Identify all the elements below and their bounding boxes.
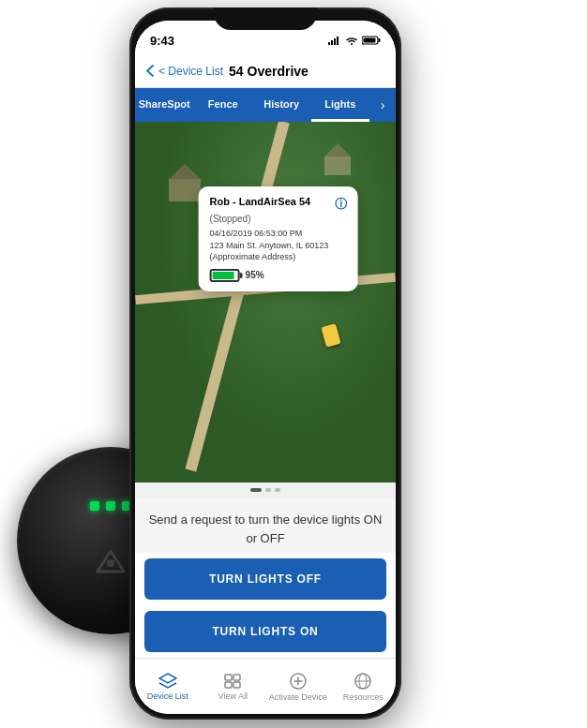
back-label: < Device List xyxy=(158,65,223,78)
svg-rect-2 xyxy=(328,42,330,45)
svg-marker-10 xyxy=(169,164,201,179)
svg-marker-12 xyxy=(324,143,351,156)
svg-rect-11 xyxy=(324,156,351,175)
layers-icon xyxy=(158,673,177,690)
svg-rect-7 xyxy=(379,38,381,42)
device-logo xyxy=(88,541,133,586)
plus-circle-icon xyxy=(289,672,308,691)
device-light-2 xyxy=(106,501,115,511)
nav-bar: < Device List 54 Overdrive xyxy=(135,54,396,88)
svg-rect-16 xyxy=(225,682,232,688)
battery-status-icon xyxy=(362,36,381,45)
bottom-nav-device-list[interactable]: Device List xyxy=(135,673,201,701)
scroll-dot-3 xyxy=(275,488,280,492)
scroll-dot-active xyxy=(250,488,262,492)
wifi-icon xyxy=(345,36,358,45)
popup-date: 04/16/2019 06:53:00 PM xyxy=(210,229,347,238)
car-marker xyxy=(321,323,340,347)
bottom-nav-view-all-label: View All xyxy=(218,691,248,701)
bottom-nav-resources[interactable]: Resources xyxy=(331,672,397,702)
tab-bar: ShareSpot Fence History Lights › xyxy=(135,88,396,122)
battery-fill xyxy=(213,272,234,279)
map-background: Rob - LandAirSea 54 ⓘ (Stopped) 04/16/20… xyxy=(135,122,396,483)
svg-rect-5 xyxy=(337,37,339,45)
back-button[interactable]: < Device List xyxy=(146,65,223,78)
svg-rect-14 xyxy=(225,675,232,680)
tab-history[interactable]: History xyxy=(252,88,311,122)
content-area: Send a request to turn the device lights… xyxy=(135,498,396,553)
svg-rect-15 xyxy=(233,675,240,680)
popup-address: 123 Main St. Anytown, IL 60123 (Approxim… xyxy=(210,241,347,262)
popup-title: Rob - LandAirSea 54 ⓘ xyxy=(210,196,347,213)
tab-sharespot[interactable]: ShareSpot xyxy=(135,88,194,122)
bottom-nav-view-all[interactable]: View All xyxy=(201,673,266,701)
tab-more-arrow[interactable]: › xyxy=(369,88,396,122)
house-2 xyxy=(319,140,356,177)
bottom-nav-activate-label: Activate Device xyxy=(269,692,327,702)
svg-rect-8 xyxy=(364,38,376,43)
scroll-indicator xyxy=(135,483,396,498)
svg-point-1 xyxy=(107,559,114,567)
phone-frame: 9:43 xyxy=(129,7,401,720)
battery-percentage: 95% xyxy=(246,270,264,280)
popup-battery: 95% xyxy=(210,269,347,282)
bottom-nav: Device List View All Activate Device xyxy=(135,658,396,714)
page-title: 54 Overdrive xyxy=(229,64,309,79)
status-icons xyxy=(328,36,381,45)
svg-marker-13 xyxy=(159,674,176,683)
grid-icon xyxy=(223,673,242,690)
globe-icon xyxy=(354,672,372,691)
status-time: 9:43 xyxy=(150,34,174,48)
tab-fence[interactable]: Fence xyxy=(194,88,253,122)
svg-rect-4 xyxy=(334,38,336,45)
svg-rect-17 xyxy=(233,682,240,688)
phone-screen: 9:43 xyxy=(135,21,396,714)
bottom-nav-resources-label: Resources xyxy=(343,692,384,702)
bottom-nav-device-list-label: Device List xyxy=(147,691,188,701)
device-light-1 xyxy=(90,501,99,511)
phone-notch xyxy=(214,7,317,30)
map-info-popup: Rob - LandAirSea 54 ⓘ (Stopped) 04/16/20… xyxy=(199,186,358,290)
bottom-nav-activate[interactable]: Activate Device xyxy=(265,672,331,702)
signal-icon xyxy=(328,36,341,45)
device-lights xyxy=(90,501,131,511)
popup-status: (Stopped) xyxy=(210,214,347,224)
battery-indicator xyxy=(210,269,240,282)
svg-rect-3 xyxy=(331,40,333,45)
info-icon[interactable]: ⓘ xyxy=(335,196,347,213)
map-area[interactable]: Rob - LandAirSea 54 ⓘ (Stopped) 04/16/20… xyxy=(135,122,396,483)
tab-lights[interactable]: Lights xyxy=(311,88,370,122)
turn-lights-on-button[interactable]: TURN LIGHTS ON xyxy=(144,611,386,652)
svg-rect-9 xyxy=(169,179,201,201)
turn-lights-off-button[interactable]: TURN LIGHTS OFF xyxy=(144,558,386,600)
content-description: Send a request to turn the device lights… xyxy=(146,511,384,547)
scroll-dot-2 xyxy=(265,488,271,492)
